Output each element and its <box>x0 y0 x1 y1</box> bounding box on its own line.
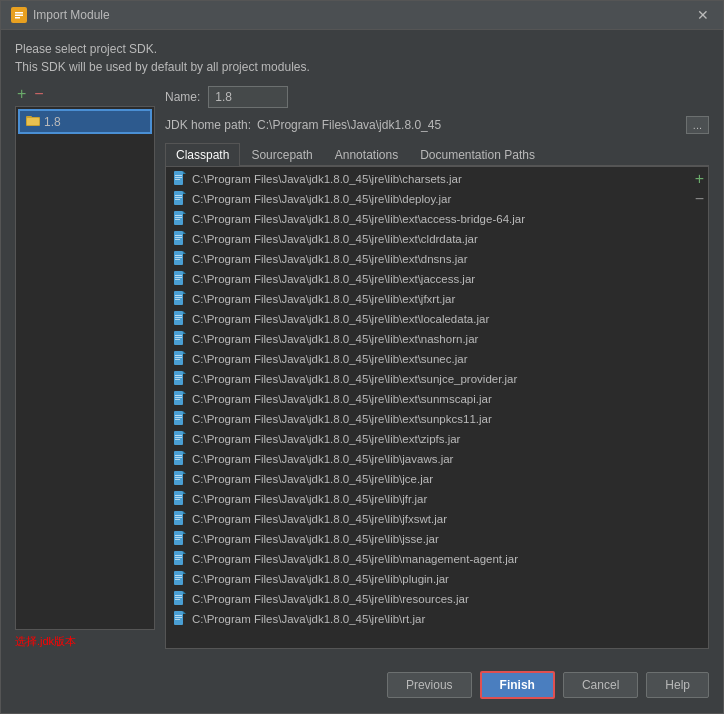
tab-documentation[interactable]: Documentation Paths <box>409 143 546 166</box>
file-icon <box>174 251 186 267</box>
file-icon <box>174 531 186 547</box>
file-list[interactable]: C:\Program Files\Java\jdk1.8.0_45\jre\li… <box>166 167 691 648</box>
tab-annotations[interactable]: Annotations <box>324 143 409 166</box>
remove-file-button[interactable]: − <box>695 191 704 207</box>
svg-rect-19 <box>175 215 182 216</box>
list-item[interactable]: C:\Program Files\Java\jdk1.8.0_45\jre\li… <box>166 489 691 509</box>
list-item[interactable]: C:\Program Files\Java\jdk1.8.0_45\jre\li… <box>166 529 691 549</box>
svg-rect-109 <box>175 575 182 576</box>
jdk-path-value: C:\Program Files\Java\jdk1.8.0_45 <box>257 118 680 132</box>
list-item[interactable]: C:\Program Files\Java\jdk1.8.0_45\jre\li… <box>166 269 691 289</box>
svg-rect-39 <box>175 295 182 296</box>
file-path: C:\Program Files\Java\jdk1.8.0_45\jre\li… <box>192 453 453 465</box>
file-icon <box>174 331 186 347</box>
svg-rect-36 <box>175 279 180 280</box>
close-button[interactable]: ✕ <box>693 7 713 23</box>
svg-marker-98 <box>183 531 186 534</box>
list-item[interactable]: C:\Program Files\Java\jdk1.8.0_45\jre\li… <box>166 369 691 389</box>
svg-rect-99 <box>175 535 182 536</box>
file-path: C:\Program Files\Java\jdk1.8.0_45\jre\li… <box>192 173 462 185</box>
title-bar-left: Import Module <box>11 7 110 23</box>
file-icon <box>174 371 186 387</box>
list-item[interactable]: C:\Program Files\Java\jdk1.8.0_45\jre\li… <box>166 409 691 429</box>
cancel-button[interactable]: Cancel <box>563 672 638 698</box>
svg-rect-34 <box>175 275 182 276</box>
list-item[interactable]: C:\Program Files\Java\jdk1.8.0_45\jre\li… <box>166 429 691 449</box>
svg-marker-83 <box>183 471 186 474</box>
svg-rect-104 <box>175 555 182 556</box>
svg-marker-68 <box>183 411 186 414</box>
list-item[interactable]: C:\Program Files\Java\jdk1.8.0_45\jre\li… <box>166 389 691 409</box>
svg-rect-50 <box>175 337 182 338</box>
list-item[interactable]: C:\Program Files\Java\jdk1.8.0_45\jre\li… <box>166 169 691 189</box>
sdk-folder-icon <box>26 114 40 129</box>
list-item[interactable]: C:\Program Files\Java\jdk1.8.0_45\jre\li… <box>166 349 691 369</box>
description-line1: Please select project SDK. <box>15 40 709 58</box>
file-icon <box>174 291 186 307</box>
file-path: C:\Program Files\Java\jdk1.8.0_45\jre\li… <box>192 573 449 585</box>
browse-button[interactable]: ... <box>686 116 709 134</box>
svg-rect-40 <box>175 297 182 298</box>
help-button[interactable]: Help <box>646 672 709 698</box>
svg-rect-121 <box>175 619 180 620</box>
svg-rect-25 <box>175 237 182 238</box>
svg-rect-79 <box>175 455 182 456</box>
svg-rect-20 <box>175 217 182 218</box>
list-item[interactable]: C:\Program Files\Java\jdk1.8.0_45\jre\li… <box>166 549 691 569</box>
finish-button[interactable]: Finish <box>480 671 555 699</box>
list-item[interactable]: C:\Program Files\Java\jdk1.8.0_45\jre\li… <box>166 449 691 469</box>
list-item[interactable]: C:\Program Files\Java\jdk1.8.0_45\jre\li… <box>166 509 691 529</box>
list-item[interactable]: C:\Program Files\Java\jdk1.8.0_45\jre\li… <box>166 569 691 589</box>
file-icon <box>174 411 186 427</box>
sdk-item[interactable]: 1.8 <box>18 109 152 134</box>
import-module-dialog: Import Module ✕ Please select project SD… <box>0 0 724 714</box>
svg-rect-16 <box>175 199 180 200</box>
file-path: C:\Program Files\Java\jdk1.8.0_45\jre\li… <box>192 433 460 445</box>
svg-marker-78 <box>183 451 186 454</box>
add-file-button[interactable]: + <box>695 171 704 187</box>
list-item[interactable]: C:\Program Files\Java\jdk1.8.0_45\jre\li… <box>166 329 691 349</box>
name-input[interactable] <box>208 86 288 108</box>
tab-sourcepath[interactable]: Sourcepath <box>240 143 323 166</box>
list-item[interactable]: C:\Program Files\Java\jdk1.8.0_45\jre\li… <box>166 209 691 229</box>
svg-marker-58 <box>183 371 186 374</box>
dialog-title: Import Module <box>33 8 110 22</box>
svg-marker-38 <box>183 291 186 294</box>
tab-classpath[interactable]: Classpath <box>165 143 240 166</box>
svg-rect-119 <box>175 615 182 616</box>
list-item[interactable]: C:\Program Files\Java\jdk1.8.0_45\jre\li… <box>166 289 691 309</box>
svg-marker-48 <box>183 331 186 334</box>
svg-marker-13 <box>183 191 186 194</box>
svg-rect-2 <box>15 15 23 17</box>
list-item[interactable]: C:\Program Files\Java\jdk1.8.0_45\jre\li… <box>166 609 691 629</box>
description: Please select project SDK. This SDK will… <box>15 40 709 76</box>
svg-marker-113 <box>183 591 186 594</box>
svg-rect-101 <box>175 539 180 540</box>
file-icon <box>174 271 186 287</box>
previous-button[interactable]: Previous <box>387 672 472 698</box>
svg-rect-95 <box>175 517 182 518</box>
list-item[interactable]: C:\Program Files\Java\jdk1.8.0_45\jre\li… <box>166 189 691 209</box>
svg-marker-33 <box>183 271 186 274</box>
file-icon <box>174 311 186 327</box>
list-item[interactable]: C:\Program Files\Java\jdk1.8.0_45\jre\li… <box>166 589 691 609</box>
left-panel: + − 1.8 选择.jdk <box>15 86 155 649</box>
list-item[interactable]: C:\Program Files\Java\jdk1.8.0_45\jre\li… <box>166 229 691 249</box>
svg-rect-105 <box>175 557 182 558</box>
list-item[interactable]: C:\Program Files\Java\jdk1.8.0_45\jre\li… <box>166 309 691 329</box>
svg-rect-80 <box>175 457 182 458</box>
svg-rect-21 <box>175 219 180 220</box>
list-item[interactable]: C:\Program Files\Java\jdk1.8.0_45\jre\li… <box>166 249 691 269</box>
remove-sdk-button[interactable]: − <box>32 86 45 102</box>
svg-rect-59 <box>175 375 182 376</box>
add-sdk-button[interactable]: + <box>15 86 28 102</box>
list-item[interactable]: C:\Program Files\Java\jdk1.8.0_45\jre\li… <box>166 469 691 489</box>
svg-marker-18 <box>183 211 186 214</box>
file-path: C:\Program Files\Java\jdk1.8.0_45\jre\li… <box>192 253 467 265</box>
svg-rect-111 <box>175 579 180 580</box>
svg-rect-45 <box>175 317 182 318</box>
file-path: C:\Program Files\Java\jdk1.8.0_45\jre\li… <box>192 413 492 425</box>
main-content: + − 1.8 选择.jdk <box>15 86 709 649</box>
svg-rect-116 <box>175 599 180 600</box>
file-icon <box>174 171 186 187</box>
